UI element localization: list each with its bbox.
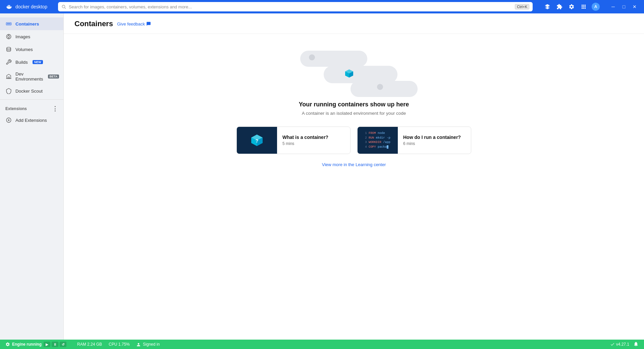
feedback-icon xyxy=(146,21,151,26)
play-button[interactable]: ▶ xyxy=(44,342,50,347)
engine-status: Engine running ▶ ⏸ ↺ xyxy=(5,342,66,347)
svg-rect-11 xyxy=(8,77,10,79)
container-illustration xyxy=(290,47,418,94)
card-title-2: How do I run a container? xyxy=(403,135,461,140)
svg-rect-3 xyxy=(7,23,8,24)
status-metrics: RAM 2.24 GB CPU 1.75% Signed in xyxy=(77,342,160,347)
settings-icon[interactable] xyxy=(568,3,576,11)
docker-logo-icon xyxy=(5,3,13,10)
learn-cards-row: ? What is a container? 5 mins 1 FROM nod… xyxy=(233,127,475,154)
dev-environments-badge: BETA xyxy=(48,74,59,79)
docker-scout-icon xyxy=(5,88,12,94)
dockerfile-preview: 1 FROM node 2 RUN mkdir -p 3 WORKDIR /ap… xyxy=(362,129,393,152)
sidebar-item-add-extensions[interactable]: Add Extensions xyxy=(0,114,63,127)
extension-icon[interactable] xyxy=(555,3,564,11)
empty-state-subtitle: A container is an isolated environment f… xyxy=(302,111,406,116)
learn-card-how-to-run[interactable]: 1 FROM node 2 RUN mkdir -p 3 WORKDIR /ap… xyxy=(357,127,471,154)
sidebar-item-volumes[interactable]: Volumes xyxy=(0,43,63,56)
sidebar-label-containers: Containers xyxy=(15,21,39,27)
svg-point-0 xyxy=(62,5,65,8)
images-icon xyxy=(5,33,12,40)
cpu-usage: CPU 1.75% xyxy=(109,342,130,347)
search-placeholder: Search for images, containers, volumes, … xyxy=(69,4,192,9)
sidebar-label-builds: Builds xyxy=(15,60,28,65)
sidebar-label-docker-scout: Docker Scout xyxy=(15,89,43,94)
card-info-2: How do I run a container? 6 mins xyxy=(398,131,466,150)
volumes-icon xyxy=(5,46,12,53)
svg-text:?: ? xyxy=(256,138,259,144)
card-duration-2: 6 mins xyxy=(403,141,461,146)
illustration-pill-3 xyxy=(351,81,418,97)
learning-center-link[interactable]: View more in the Learning center xyxy=(322,162,386,167)
search-shortcut: Ctrl+K xyxy=(515,4,529,9)
illustration-small-cube-2 xyxy=(377,84,383,90)
sidebar-item-dev-environments[interactable]: Dev Environments BETA xyxy=(0,68,63,85)
engine-icon xyxy=(5,342,10,347)
add-extensions-label: Add Extensions xyxy=(15,118,47,123)
card-duration-1: 5 mins xyxy=(282,141,328,146)
sidebar: Containers Images Volumes Builds NEW D xyxy=(0,13,64,340)
titlebar-actions: A ─ □ ✕ xyxy=(543,3,639,11)
status-right: v4.27.1 xyxy=(610,341,639,348)
grid-icon[interactable] xyxy=(580,3,588,11)
illustration-small-cube-1 xyxy=(309,54,315,61)
learn-card-what-is-container[interactable]: ? What is a container? 5 mins xyxy=(236,127,351,154)
sidebar-item-builds[interactable]: Builds NEW xyxy=(0,56,63,68)
version-badge: v4.27.1 xyxy=(610,342,629,347)
builds-badge: NEW xyxy=(33,60,43,64)
window-controls: ─ □ ✕ xyxy=(609,3,639,11)
sidebar-divider xyxy=(0,99,63,100)
search-icon xyxy=(61,4,66,9)
svg-rect-5 xyxy=(9,23,10,24)
maximize-button[interactable]: □ xyxy=(620,3,628,11)
main-content: Containers Give feedback xyxy=(64,13,644,340)
sidebar-item-docker-scout[interactable]: Docker Scout xyxy=(0,85,63,97)
svg-point-19 xyxy=(309,54,315,60)
avatar[interactable]: A xyxy=(592,3,600,11)
svg-point-7 xyxy=(8,36,10,38)
search-bar[interactable]: Search for images, containers, volumes, … xyxy=(58,2,533,11)
svg-line-1 xyxy=(65,8,66,9)
app-body: Containers Images Volumes Builds NEW D xyxy=(0,13,644,340)
builds-icon xyxy=(5,59,12,65)
ram-usage: RAM 2.24 GB xyxy=(77,342,102,347)
svg-point-10 xyxy=(7,47,11,49)
sidebar-label-images: Images xyxy=(15,34,30,39)
give-feedback-link[interactable]: Give feedback xyxy=(117,21,151,27)
notification-icon[interactable] xyxy=(633,341,639,348)
extensions-label: Extensions xyxy=(5,106,27,111)
dev-environments-icon xyxy=(5,73,12,80)
statusbar: Engine running ▶ ⏸ ↺ RAM 2.24 GB CPU 1.7… xyxy=(0,340,644,349)
engine-controls: ▶ ⏸ ↺ xyxy=(44,342,66,347)
sidebar-label-volumes: Volumes xyxy=(15,47,33,52)
learn-icon[interactable] xyxy=(543,3,551,11)
app-name: docker desktop xyxy=(15,4,47,9)
main-header: Containers Give feedback xyxy=(64,13,644,34)
card-title-1: What is a container? xyxy=(282,135,328,140)
svg-point-20 xyxy=(377,84,383,90)
page-title: Containers xyxy=(74,19,113,28)
version-check-icon xyxy=(610,342,615,347)
svg-rect-4 xyxy=(8,23,9,24)
engine-status-label: Engine running xyxy=(12,342,42,347)
app-logo: docker desktop xyxy=(5,3,47,10)
minimize-button[interactable]: ─ xyxy=(609,3,617,11)
card-thumb-1: ? xyxy=(237,127,277,154)
close-button[interactable]: ✕ xyxy=(631,3,639,11)
version-label: v4.27.1 xyxy=(616,342,629,347)
pause-button[interactable]: ⏸ xyxy=(52,342,58,347)
extensions-more-button[interactable]: ⋮ xyxy=(52,106,58,112)
signed-in-icon xyxy=(137,343,141,347)
extensions-section: Extensions ⋮ xyxy=(0,102,63,114)
titlebar: docker desktop Search for images, contai… xyxy=(0,0,644,13)
card-thumb-2: 1 FROM node 2 RUN mkdir -p 3 WORKDIR /ap… xyxy=(358,127,398,154)
sidebar-item-images[interactable]: Images xyxy=(0,30,63,43)
container-question-icon: ? xyxy=(249,132,265,149)
restart-button[interactable]: ↺ xyxy=(60,342,66,347)
sidebar-item-containers[interactable]: Containers xyxy=(0,17,63,30)
containers-icon xyxy=(5,20,12,27)
empty-state: Your running containers show up here A c… xyxy=(64,34,644,174)
illustration-docker-cube xyxy=(344,68,355,79)
empty-state-title: Your running containers show up here xyxy=(299,101,409,108)
signin-status: Signed in xyxy=(137,342,160,347)
